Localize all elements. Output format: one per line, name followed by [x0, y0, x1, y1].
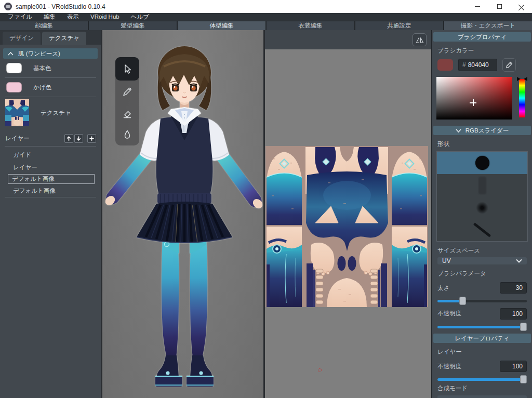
opacity-value-box[interactable]: 100 — [500, 308, 527, 320]
layer-buttons — [64, 134, 96, 143]
tab-body-edit[interactable]: 体型編集 — [178, 21, 265, 30]
blend-mode-dropdown[interactable] — [437, 395, 527, 398]
slider-handle[interactable] — [459, 297, 466, 305]
eraser-tool-icon — [122, 108, 133, 119]
app-icon — [4, 3, 12, 10]
opacity-slider[interactable] — [437, 323, 527, 327]
layer-opacity-value-box[interactable]: 100 — [500, 361, 527, 372]
right-sidebar: ブラシプロパティ ブラシカラー # — [431, 30, 532, 398]
rgb-slider-title: RGBスライダー — [466, 127, 509, 135]
tab-texture[interactable]: テクスチャ — [42, 32, 86, 45]
menu-edit[interactable]: 編集 — [38, 13, 61, 21]
tab-common-settings[interactable]: 共通設定 — [355, 21, 443, 30]
title-bar: sample001 - VRoidStudio 0.10.4 — [0, 0, 532, 13]
shade-color-label: かげ色 — [33, 84, 51, 91]
menu-vroid-hub[interactable]: VRoid Hub — [85, 13, 125, 21]
close-icon — [518, 4, 524, 9]
tab-photo-export[interactable]: 撮影・エクスポート — [444, 21, 532, 30]
thickness-label: 太さ — [437, 284, 449, 292]
hue-gradient-bar[interactable] — [519, 79, 525, 117]
menu-bar: ファイル 編集 表示 VRoid Hub ヘルプ — [0, 13, 532, 21]
layer-item-guide[interactable]: ガイド — [5, 149, 96, 161]
layer-move-up-button[interactable] — [64, 134, 73, 143]
pencil-tool-button[interactable] — [115, 81, 139, 102]
layer-item-default-image-selected[interactable]: デフォルト画像 — [8, 174, 95, 184]
brush-shape-soft-dot[interactable] — [437, 196, 527, 219]
texture-thumbnail[interactable] — [5, 99, 29, 126]
brush-shape-stroke[interactable] — [437, 219, 527, 241]
pencil-tool-icon — [122, 86, 133, 97]
layer-item-default-image[interactable]: デフォルト画像 — [5, 184, 96, 197]
slider-handle[interactable] — [520, 323, 527, 331]
size-space-label: サイズスペース — [437, 247, 527, 255]
brush-color-row: # — [437, 58, 527, 72]
opacity-row: 不透明度 100 — [437, 308, 527, 320]
brush-properties-title: ブラシプロパティ — [458, 33, 507, 41]
base-color-row[interactable]: 基本色 — [3, 59, 98, 77]
slider-fill — [437, 300, 462, 302]
menu-view[interactable]: 表示 — [61, 13, 85, 21]
close-button[interactable] — [510, 0, 532, 13]
mirror-icon — [415, 36, 424, 44]
window-controls — [467, 0, 532, 13]
layer-opacity-row: 不透明度 100 — [437, 361, 527, 372]
minimize-button[interactable] — [467, 0, 488, 13]
solid-circle-glyph — [475, 156, 489, 170]
shade-color-row[interactable]: かげ色 — [3, 78, 98, 97]
color-picker — [436, 77, 528, 120]
layer-add-button[interactable] — [87, 134, 96, 143]
layer-item-layer[interactable]: レイヤー — [5, 161, 96, 174]
left-tabstrip: デザイン テクスチャ — [0, 30, 101, 45]
skin-section-header[interactable]: 肌 (ワンピース) — [3, 48, 98, 59]
textured-glyph — [478, 177, 486, 194]
hex-color-input[interactable] — [468, 61, 493, 69]
thickness-slider[interactable] — [437, 297, 527, 301]
select-tool-button[interactable] — [115, 57, 139, 81]
brush-color-swatch[interactable] — [437, 59, 453, 71]
texture-uv-image[interactable] — [265, 146, 428, 307]
menu-file[interactable]: ファイル — [2, 13, 38, 21]
brush-cursor — [318, 368, 322, 372]
mirror-toggle-button[interactable] — [413, 33, 427, 46]
tab-costume-edit[interactable]: 衣装編集 — [267, 21, 354, 30]
tab-design[interactable]: デザイン — [3, 32, 41, 45]
plus-icon — [89, 136, 95, 141]
size-space-dropdown[interactable]: UV — [437, 257, 527, 264]
layer-opacity-slider[interactable] — [437, 375, 527, 379]
thickness-value-box[interactable]: 30 — [500, 282, 527, 294]
hex-field-wrap: # — [458, 59, 497, 71]
3d-viewport[interactable] — [102, 30, 265, 398]
maximize-icon — [497, 4, 502, 9]
section-title: 肌 (ワンピース) — [18, 50, 60, 58]
tab-hair-edit[interactable]: 髪型編集 — [89, 21, 177, 30]
layer-move-down-button[interactable] — [74, 134, 83, 143]
layer-list: ガイド レイヤー デフォルト画像 デフォルト画像 — [3, 149, 98, 197]
texture-editor-panel — [265, 30, 431, 398]
arrow-down-icon — [76, 136, 82, 141]
brush-shape-textured[interactable] — [437, 174, 527, 196]
eraser-tool-button[interactable] — [115, 102, 139, 124]
texture-item-label: テクスチャ — [41, 109, 71, 117]
hue-marker[interactable] — [517, 77, 527, 81]
edit-mode-tabs: 顔編集 髪型編集 体型編集 衣装編集 共通設定 撮影・エクスポート — [0, 21, 532, 30]
hue-slider[interactable] — [518, 77, 526, 120]
layer-opacity-label: 不透明度 — [437, 363, 461, 370]
texture-row[interactable]: テクスチャ — [3, 97, 98, 128]
tab-face-edit[interactable]: 顔編集 — [0, 21, 88, 30]
slider-handle[interactable] — [520, 375, 527, 383]
shade-color-swatch[interactable] — [6, 82, 22, 92]
eyedropper-button[interactable] — [502, 58, 516, 72]
base-color-swatch[interactable] — [6, 63, 22, 73]
texture-canvas[interactable] — [265, 49, 431, 398]
saturation-value-picker[interactable] — [436, 77, 512, 120]
soft-dot-glyph — [476, 202, 488, 214]
menu-help[interactable]: ヘルプ — [125, 13, 155, 21]
arrow-up-icon — [66, 136, 72, 141]
sv-cursor — [470, 99, 476, 106]
left-panel-body: 肌 (ワンピース) 基本色 かげ色 — [0, 45, 101, 398]
rgb-slider-header[interactable]: RGBスライダー — [433, 126, 531, 135]
divider — [5, 197, 96, 197]
brush-shape-solid-circle[interactable] — [437, 152, 527, 174]
blend-tool-button[interactable] — [115, 124, 139, 146]
maximize-button[interactable] — [488, 0, 510, 13]
